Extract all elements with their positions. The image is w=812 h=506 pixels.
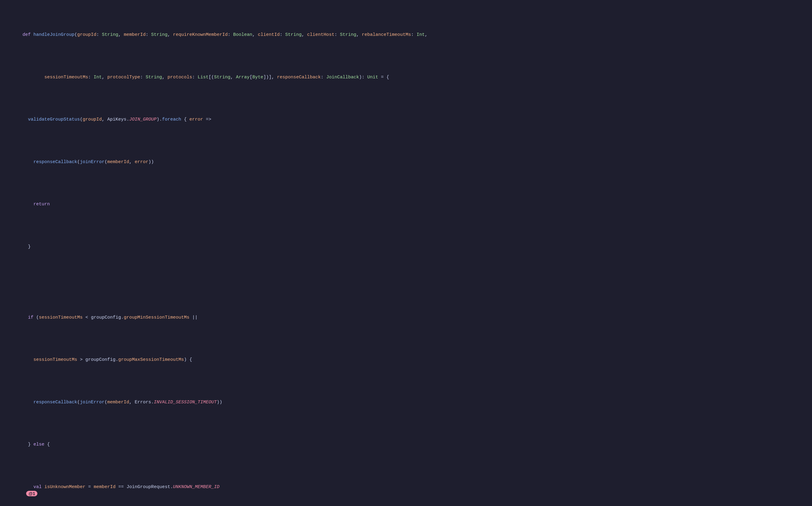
line-10: responseCallback(joinError(memberId, Err… bbox=[6, 392, 812, 413]
annotation-1: @1 bbox=[26, 491, 38, 496]
line-1: def handleJoinGroup(groupId: String, mem… bbox=[6, 24, 812, 46]
line-9: sessionTimeoutMs > groupConfig.groupMaxS… bbox=[6, 349, 812, 370]
line-11: } else { bbox=[6, 434, 812, 455]
line-4: responseCallback(joinError(memberId, err… bbox=[6, 151, 812, 172]
line-12: val isUnknownMember = memberId == JoinGr… bbox=[6, 477, 812, 505]
line-5: return bbox=[6, 194, 812, 215]
line-7 bbox=[6, 278, 812, 286]
line-3: validateGroupStatus(groupId, ApiKeys.JOI… bbox=[6, 109, 812, 130]
line-8: if (sessionTimeoutMs < groupConfig.group… bbox=[6, 307, 812, 328]
code-editor: def handleJoinGroup(groupId: String, mem… bbox=[0, 0, 812, 506]
line-6: } bbox=[6, 236, 812, 257]
line-2: sessionTimeoutMs: Int, protocolType: Str… bbox=[6, 67, 812, 88]
